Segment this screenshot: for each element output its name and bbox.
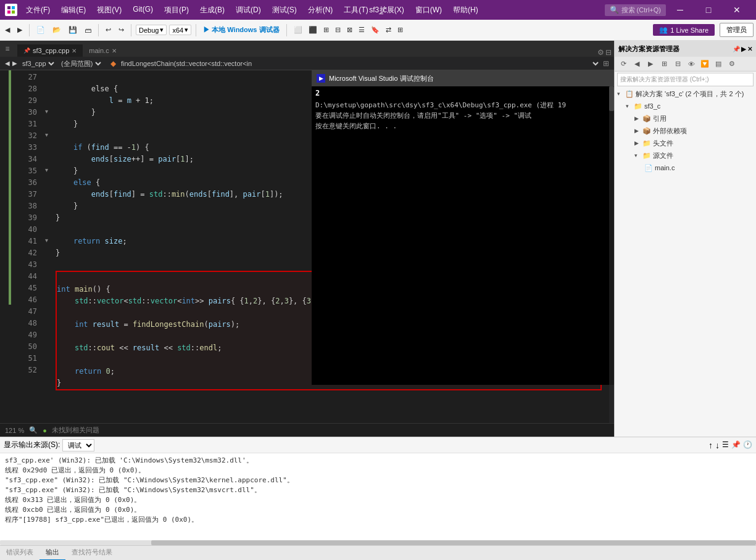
save-btn[interactable]: 💾 [66,25,80,35]
menu-debug[interactable]: 调试(D) [231,4,266,17]
maximize-button[interactable]: □ [694,0,723,20]
menu-tools[interactable]: 工具(T) [339,4,373,17]
se-header: 解决方案资源管理器 📌 ▶ ✕ [615,41,756,57]
editor-split-icon[interactable]: ⊟ [605,48,612,57]
se-tb-preview[interactable]: 👁 [685,59,697,70]
open-btn[interactable]: 📂 [50,25,64,35]
nav-fwd-btn[interactable]: ▶ [15,25,25,35]
menu-file[interactable]: 文件(F) [21,4,55,17]
se-tb-settings[interactable]: ⚙ [726,59,738,70]
nav-arrow-left[interactable]: ◀ [5,60,10,67]
btn-h[interactable]: ⇄ [383,25,394,35]
se-close-btn[interactable]: ✕ [747,46,752,52]
toolbar: ◀ ▶ 📄 📂 💾 🗃 ↩ ↪ Debug ▾ x64 ▾ ▶ 本地 Windo… [0,20,756,41]
tab-error-list[interactable]: 错误列表 [0,546,39,561]
manage-button[interactable]: 管理员 [720,23,754,37]
se-tb-sync[interactable]: ⟳ [617,59,629,70]
tab-find-results[interactable]: 查找符号结果 [65,546,118,561]
tab-main-c[interactable]: main.c ✕ [83,44,122,57]
output-line-0: sf3_cpp.exe' (Win32): 已加载 'C:\Windows\Sy… [5,456,751,466]
nav-arrow-right[interactable]: ▶ [12,60,17,67]
menu-edit[interactable]: 编辑(E) [56,4,91,17]
btn-g[interactable]: 🔖 [368,25,382,35]
search-bar[interactable]: 🔍 搜索 (Ctrl+Q) [605,4,666,16]
svg-rect-2 [7,10,10,14]
menu-help[interactable]: 帮助(H) [448,4,483,17]
close-button[interactable]: ✕ [723,0,751,20]
output-scrollbar[interactable] [0,540,756,545]
btn-a[interactable]: ⬜ [291,25,305,35]
menu-view[interactable]: 视图(V) [92,4,127,17]
live-share-button[interactable]: 👥 1 Live Share [653,24,715,36]
se-tb-properties[interactable]: ⊟ [671,59,684,70]
se-arrow-btn[interactable]: ▶ [741,46,746,52]
output-btn-up[interactable]: ↑ [708,440,713,450]
tab-output[interactable]: 输出 [39,546,65,561]
se-tb-filter[interactable]: 🔽 [699,59,711,70]
full-scope-dropdown[interactable]: (全局范围) [59,59,103,68]
se-tb-collapse[interactable]: ▤ [712,59,725,70]
output-btn-time[interactable]: 🕐 [743,440,752,450]
debug-output-line-1: D:\mysetup\gopath\src\dsy\sf3_c\x64\Debu… [315,100,610,110]
menu-test[interactable]: 测试(S) [267,4,302,17]
output-btn-pin[interactable]: 📌 [731,440,741,450]
function-dropdown[interactable]: findLongestChain(std::vector<std::vector… [118,59,600,68]
console-scrollbar-thumb[interactable] [609,86,614,111]
se-tb-show-all[interactable]: ⊞ [658,59,670,70]
se-project-arrow: ▾ [626,103,632,109]
output-btn-down[interactable]: ↓ [715,440,720,450]
se-solution-label: 解决方案 'sf3_c' (2 个项目，共 2 个) [636,89,744,99]
editor-settings-icon[interactable]: ⚙ [597,48,604,57]
minimize-button[interactable]: ─ [666,0,694,20]
arch-dropdown[interactable]: x64 ▾ [169,25,191,35]
console-scrollbar[interactable] [609,86,614,385]
se-references-node[interactable]: ▶ 📦 引用 [615,112,756,125]
more-btns: ⬜ ⬛ ⊞ ⊟ ⊠ ☰ 🔖 ⇄ ⊞ [291,25,405,35]
save-all-btn[interactable]: 🗃 [82,25,94,35]
tab-sf3-cpp[interactable]: 📌 sf3_cpp.cpp ✕ [17,44,83,57]
menu-git[interactable]: Git(G) [128,4,158,17]
sep1 [29,24,30,36]
se-tb-fwd[interactable]: ▶ [644,59,657,70]
run-debugger-btn[interactable]: ▶ 本地 Windows 调试器 [201,24,281,36]
nav-expand-icon[interactable]: ⊞ [603,59,609,68]
output-line-6: 程序"[19788] sf3_cpp.exe"已退出，返回值为 0 (0x0)。 [5,515,751,525]
zoom-level[interactable]: 121 % [5,427,24,434]
btn-f[interactable]: ☰ [356,25,367,35]
menu-project[interactable]: 项目(P) [159,4,194,17]
output-toolbar: 显示输出来源(S): 调试 ↑ ↓ ☰ 📌 🕐 [0,437,756,453]
se-source-files-node[interactable]: ▾ 📁 源文件 [615,149,756,162]
se-external-deps-node[interactable]: ▶ 📦 外部依赖项 [615,125,756,137]
se-headers-node[interactable]: ▶ 📁 头文件 [615,137,756,149]
redo-btn[interactable]: ↪ [116,25,127,35]
menu-window[interactable]: 窗口(W) [410,4,447,17]
output-btn-wrap[interactable]: ☰ [722,440,729,450]
menu-analyze[interactable]: 分析(N) [303,4,338,17]
editor-section: ≡ 📌 sf3_cpp.cpp ✕ main.c ✕ ⚙ ⊟ [0,41,614,437]
btn-c[interactable]: ⊞ [321,25,331,35]
btn-i[interactable]: ⊞ [395,25,405,35]
btn-b[interactable]: ⬛ [306,25,320,35]
menu-build[interactable]: 生成(B) [195,4,230,17]
undo-btn[interactable]: ↩ [103,25,114,35]
output-source-dropdown[interactable]: 调试 [62,439,94,451]
se-solution-node[interactable]: ▾ 📋 解决方案 'sf3_c' (2 个项目，共 2 个) [615,88,756,100]
tab-main-label: main.c [89,47,109,54]
btn-d[interactable]: ⊟ [333,25,343,35]
se-search-box[interactable]: 搜索解决方案资源管理器 (Ctrl+;) [617,73,754,86]
tab-close-btn[interactable]: ✕ [72,47,77,54]
nav-back-btn[interactable]: ◀ [2,25,12,35]
btn-e[interactable]: ⊠ [344,25,355,35]
tab-bar: ≡ 📌 sf3_cpp.cpp ✕ main.c ✕ ⚙ ⊟ [0,41,614,57]
se-project-node[interactable]: ▾ 📁 sf3_c [615,100,756,112]
debug-mode-dropdown[interactable]: Debug ▾ [136,25,167,35]
se-mainc-node[interactable]: 📄 main.c [615,162,756,174]
se-pin-btn[interactable]: 📌 [733,46,740,52]
new-project-btn[interactable]: 📄 [34,25,48,35]
se-tb-back[interactable]: ◀ [631,59,643,70]
output-content[interactable]: sf3_cpp.exe' (Win32): 已加载 'C:\Windows\Sy… [0,453,756,540]
scope-dropdown[interactable]: sf3_cpp [20,59,56,68]
tab-main-close[interactable]: ✕ [112,47,117,54]
output-tab-bar: 错误列表 输出 查找符号结果 [0,545,756,560]
collapse-sidebar-btn[interactable]: ≡ [0,41,15,57]
